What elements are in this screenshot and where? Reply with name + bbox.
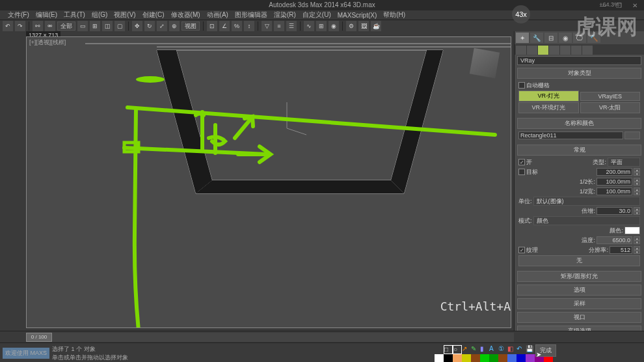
color-green[interactable] xyxy=(480,354,489,362)
color-black[interactable] xyxy=(444,354,453,362)
geometry-subtab[interactable] xyxy=(516,46,526,55)
color-darkblue[interactable] xyxy=(517,354,526,362)
utilities-tab[interactable]: 🔨 xyxy=(587,33,600,43)
window-icon[interactable]: ▢ xyxy=(114,21,125,31)
menu-help[interactable]: 帮助(H) xyxy=(381,10,408,20)
color-olive[interactable] xyxy=(462,354,471,362)
close-button[interactable]: ✕ xyxy=(632,2,639,8)
light-color-swatch[interactable] xyxy=(624,227,640,234)
auto-grid-checkbox[interactable] xyxy=(518,82,525,89)
mode-dropdown[interactable]: 颜色 xyxy=(533,216,640,225)
render-frame-icon[interactable]: 🖼 xyxy=(358,21,369,31)
systems-subtab[interactable] xyxy=(582,46,593,55)
resolution-input[interactable] xyxy=(610,246,632,254)
text-tool-icon[interactable]: A xyxy=(489,345,498,354)
number-tool-icon[interactable]: ① xyxy=(498,345,507,354)
rollout-object-type[interactable]: 对象类型 xyxy=(517,68,641,79)
color-brown2[interactable] xyxy=(498,354,507,362)
menu-view[interactable]: 视图(V) xyxy=(111,10,138,20)
menu-custom[interactable]: 自定义(U) xyxy=(300,10,334,20)
rollout-general[interactable]: 常规 xyxy=(517,145,641,156)
percent-snap-icon[interactable]: % xyxy=(232,21,242,31)
vr-light-button[interactable]: VR-灯光 xyxy=(518,90,579,102)
half-width-input[interactable] xyxy=(597,188,632,195)
menu-group[interactable]: 组(G) xyxy=(89,10,110,20)
create-tab[interactable]: ✦ xyxy=(516,33,529,43)
render-setup-icon[interactable]: ⚙ xyxy=(346,21,356,31)
menu-edit[interactable]: 编辑(E) xyxy=(33,10,60,20)
color-tan[interactable] xyxy=(453,354,462,362)
select-name-icon[interactable]: ⊞ xyxy=(90,21,100,31)
color-purple[interactable] xyxy=(526,354,535,362)
color-white[interactable] xyxy=(435,354,444,362)
view-dropdown[interactable]: 视图 xyxy=(181,21,200,31)
spacewarps-subtab[interactable] xyxy=(571,46,582,55)
color-darkgreen[interactable] xyxy=(489,354,498,362)
move-icon[interactable]: ✥ xyxy=(132,21,142,31)
menu-graph[interactable]: 图形编辑器 xyxy=(232,10,270,20)
target-checkbox[interactable] xyxy=(518,169,525,175)
vray-ies-button[interactable]: VRayIES xyxy=(580,92,641,101)
selection-filter[interactable]: 全部 xyxy=(57,21,75,31)
menu-create[interactable]: 创建(C) xyxy=(140,10,167,20)
enable-checkbox[interactable] xyxy=(518,159,525,165)
unlink-icon[interactable]: ⚮ xyxy=(45,21,55,31)
menu-maxscript[interactable]: MAXScript(X) xyxy=(335,12,380,19)
shapes-subtab[interactable] xyxy=(527,46,537,55)
undo-icon[interactable]: ↶ xyxy=(3,21,13,31)
target-input[interactable] xyxy=(597,168,632,176)
menu-tools[interactable]: 工具(T) xyxy=(61,10,88,20)
color-brown[interactable] xyxy=(471,354,480,362)
rollout-rect-light[interactable]: 矩形/圆形灯光 xyxy=(517,271,641,282)
object-name-input[interactable] xyxy=(518,132,623,139)
rollout-name-color[interactable]: 名称和颜色 xyxy=(517,118,641,129)
spinner-down[interactable]: ▾ xyxy=(634,172,640,176)
color-blue[interactable] xyxy=(507,354,517,362)
timeline-handle[interactable]: 0 / 100 xyxy=(26,333,52,342)
pen-tool-icon[interactable]: ✎ xyxy=(471,345,480,354)
mirror-icon[interactable]: ▽ xyxy=(262,21,272,31)
object-color-swatch[interactable] xyxy=(624,132,640,139)
align-icon[interactable]: ≡ xyxy=(274,21,284,31)
circle-tool-icon[interactable]: ○ xyxy=(453,345,462,354)
rotate-icon[interactable]: ↻ xyxy=(144,21,155,31)
lights-subtab[interactable] xyxy=(538,46,548,55)
undo-draw-icon[interactable]: ↶ xyxy=(517,345,526,354)
menu-modifiers[interactable]: 修改器(M) xyxy=(168,10,203,20)
renderer-dropdown[interactable]: VRay xyxy=(517,56,641,65)
arrow-tool-icon[interactable]: ↗ xyxy=(462,345,471,354)
type-dropdown[interactable]: 平面 xyxy=(608,158,640,167)
half-length-input[interactable] xyxy=(597,178,632,186)
hierarchy-tab[interactable]: ⊟ xyxy=(544,33,557,43)
helpers-subtab[interactable] xyxy=(560,46,570,55)
texture-none-button[interactable]: 无 xyxy=(518,255,640,266)
region-icon[interactable]: ◫ xyxy=(102,21,113,31)
save-draw-icon[interactable]: 💾 xyxy=(526,345,535,354)
curve-editor-icon[interactable]: ∿ xyxy=(304,21,314,31)
snap-icon[interactable]: ⊡ xyxy=(207,21,217,31)
menu-render[interactable]: 渲染(R) xyxy=(271,10,299,20)
rollout-sampling[interactable]: 采样 xyxy=(517,298,641,309)
schematic-icon[interactable]: ⊞ xyxy=(316,21,327,31)
angle-snap-icon[interactable]: ∠ xyxy=(219,21,230,31)
temperature-input[interactable] xyxy=(597,236,632,244)
units-dropdown[interactable]: 默认(图像) xyxy=(533,197,640,206)
scale-icon[interactable]: ⤢ xyxy=(157,21,167,31)
vr-sun-button[interactable]: VR-太阳 xyxy=(580,102,641,113)
eraser-tool-icon[interactable]: ◧ xyxy=(507,345,517,354)
marker-tool-icon[interactable]: ▮ xyxy=(480,345,489,354)
multiplier-input[interactable] xyxy=(597,207,632,215)
layers-icon[interactable]: ☰ xyxy=(286,21,297,31)
timeline[interactable]: 0 / 100 xyxy=(0,331,644,342)
ref-coord-icon[interactable]: ⊕ xyxy=(169,21,180,31)
vr-ambient-button[interactable]: VR-环境灯光 xyxy=(518,102,579,113)
rollout-viewport[interactable]: 视口 xyxy=(517,312,641,323)
display-tab[interactable]: 🖵 xyxy=(573,33,586,43)
rect-tool-icon[interactable]: □ xyxy=(444,345,453,354)
material-icon[interactable]: ◉ xyxy=(329,21,339,31)
redo-icon[interactable]: ↷ xyxy=(15,21,25,31)
viewport[interactable]: [+][透视][线框] xyxy=(26,36,511,328)
menu-file[interactable]: 文件(F) xyxy=(5,10,32,20)
cameras-subtab[interactable] xyxy=(549,46,559,55)
rollout-options[interactable]: 选项 xyxy=(517,285,641,296)
